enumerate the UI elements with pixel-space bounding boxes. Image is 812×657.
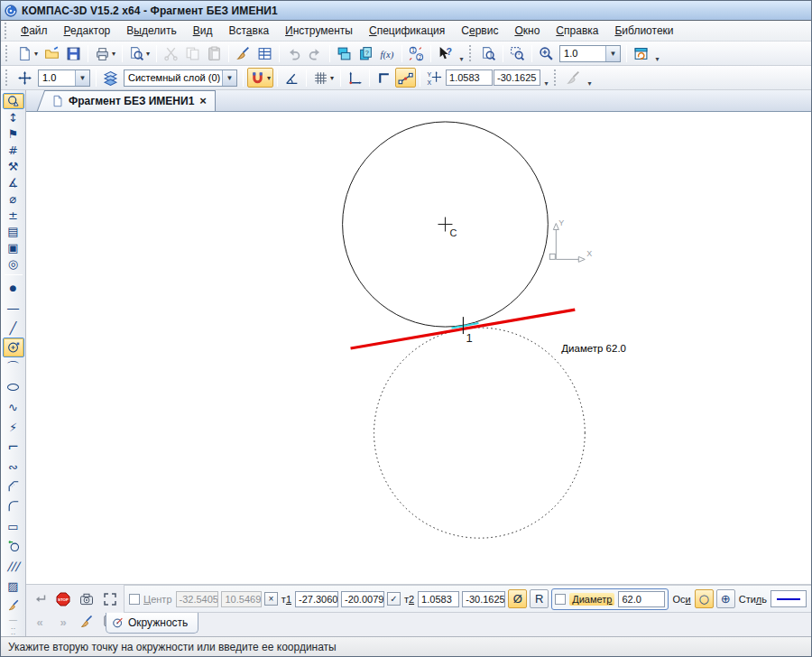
drawing-canvas[interactable]: C 1 Диаметр 62.0 Y X [26, 112, 811, 584]
diameter-value-field[interactable]: 62.0 [618, 591, 665, 607]
tool-segment-button[interactable]: ╱ [3, 318, 24, 338]
new-document-button[interactable]: ▾ [14, 43, 41, 63]
show-all-button[interactable] [99, 589, 122, 610]
line-style-selector[interactable] [770, 590, 807, 607]
tool-helper-line-button[interactable]: ― [3, 298, 24, 318]
panel-specification-button[interactable]: ▤ [3, 223, 24, 239]
zoom-by-area-button[interactable] [507, 43, 528, 63]
t2-state-button[interactable]: ✓ [387, 592, 401, 606]
print-button[interactable]: ▾ [92, 43, 118, 63]
menu-file[interactable]: Файл [13, 22, 56, 40]
open-button[interactable] [42, 43, 62, 63]
show-document-windows-button[interactable] [334, 43, 355, 63]
tool-arc-button[interactable]: ⌒ [3, 357, 24, 377]
paste-button[interactable] [204, 43, 225, 63]
t1-y-field[interactable]: -20.0079 [341, 591, 384, 607]
axes-on-button[interactable]: ⊕ [716, 589, 735, 608]
phantom-dotted-circle[interactable] [374, 328, 586, 538]
panel-reports-button[interactable]: ▣ [3, 239, 24, 255]
copy-button[interactable] [182, 43, 203, 63]
tool-spline-button[interactable]: ∾ [3, 457, 24, 477]
diameter-checkbox[interactable] [555, 594, 566, 605]
renumber-objects-button[interactable] [406, 43, 427, 63]
panel-dimensions-button[interactable]: ↕ [3, 109, 24, 125]
toolbar-grip[interactable] [554, 69, 558, 86]
menu-tools[interactable]: Инструменты [277, 22, 361, 40]
tool-polyline-button[interactable]: ⌐ [3, 437, 24, 457]
interrupt-command-button[interactable] [52, 589, 75, 610]
combo-arrow-icon[interactable]: ▼ [222, 70, 236, 86]
panel-geometry-button[interactable] [3, 93, 24, 109]
tool-circle-button[interactable] [3, 338, 24, 357]
t1-x-field[interactable]: -27.3060 [295, 591, 338, 607]
panel-designations-button[interactable]: ⚑ [3, 125, 24, 142]
center-checkbox[interactable] [129, 594, 140, 605]
tool-hatch-lines-button[interactable]: /// [3, 556, 24, 576]
zoom-in-button[interactable] [536, 43, 557, 63]
panel-measure-button[interactable]: ⌀ [3, 190, 24, 207]
tool-chamfer-button[interactable] [3, 477, 24, 496]
print-preview-button[interactable]: ▾ [126, 43, 152, 63]
current-step-combo[interactable]: 1.0 ▼ [38, 69, 90, 87]
menu-specification[interactable]: Спецификация [361, 22, 453, 40]
radius-mode-button[interactable]: R [530, 589, 549, 608]
center-y-field[interactable]: 10.5469 [221, 591, 261, 607]
toolbar-grip[interactable] [5, 69, 10, 86]
current-step-button[interactable] [14, 68, 35, 88]
tool-equidistant-button[interactable]: ⚡ [3, 417, 24, 437]
combo-arrow-icon[interactable]: ▼ [75, 70, 89, 86]
document-tab-fragment[interactable]: Фрагмент БЕЗ ИМЕНИ1 × [48, 90, 216, 111]
menu-libraries[interactable]: Библиотеки [606, 22, 681, 40]
toolbar-overflow-chevron[interactable]: ▾ [585, 79, 595, 89]
tool-format-brush-button[interactable] [3, 596, 24, 615]
copy-properties-button[interactable] [233, 43, 254, 63]
toolbar-dock-grip[interactable]: —⁚⁚ [9, 615, 17, 636]
cursor-y-field[interactable]: -30.1625 [494, 69, 540, 86]
menu-window[interactable]: Окно [506, 22, 548, 40]
functions-button[interactable] [377, 43, 398, 63]
snap-magnet-button[interactable]: ▾ [247, 68, 273, 88]
center-x-field[interactable]: -32.5405 [176, 591, 219, 607]
menu-help[interactable]: Справка [548, 22, 606, 40]
previous-parameter-button[interactable]: « [29, 612, 51, 633]
menu-editor[interactable]: Редактор [56, 22, 119, 40]
redo-button[interactable] [305, 43, 326, 63]
diameter-mode-button[interactable]: Ø [508, 589, 527, 608]
panel-editing-button[interactable]: ⚒ [3, 158, 24, 174]
tool-hatch-fill-button[interactable]: ▨ [3, 576, 24, 596]
grid-button[interactable]: ▾ [310, 68, 337, 88]
tool-ellipse-button[interactable] [3, 377, 24, 397]
refresh-view-button[interactable] [631, 43, 651, 63]
ortho-mode-button[interactable] [374, 68, 394, 88]
panel-insert-object-button[interactable]: ◎ [3, 255, 24, 272]
save-button[interactable] [63, 43, 84, 63]
tool-point-button[interactable]: ● [3, 278, 24, 298]
context-help-button[interactable] [435, 43, 456, 63]
menu-view[interactable]: Вид [185, 22, 221, 40]
zoom-to-document-button[interactable] [478, 43, 499, 63]
zoom-scale-combo[interactable]: 1.0 ▼ [559, 45, 621, 62]
menu-service[interactable]: Сервис [453, 22, 506, 40]
tool-copy-offset-button[interactable] [3, 536, 24, 556]
toolbar-overflow-chevron[interactable]: ▾ [652, 55, 662, 65]
undo-button[interactable] [283, 43, 304, 63]
copy-object-properties-button[interactable] [563, 68, 584, 88]
toolbar-overflow-chevron[interactable]: ▾ [457, 55, 466, 65]
angle-snap-button[interactable] [281, 68, 302, 88]
next-parameter-button[interactable]: » [52, 612, 75, 633]
toolbar-grip[interactable] [5, 45, 10, 61]
menu-select[interactable]: Выделить [118, 22, 184, 40]
library-manager-button[interactable] [355, 43, 376, 63]
memorize-state-button[interactable] [76, 589, 98, 610]
t2-x-field[interactable]: 1.0583 [418, 591, 459, 607]
toolbar-overflow-chevron[interactable]: ▾ [541, 79, 551, 89]
cursor-x-field[interactable]: 1.0583 [446, 69, 493, 86]
tool-curve-button[interactable]: ∿ [3, 397, 24, 417]
tool-rectangle-button[interactable]: ▭ [3, 516, 24, 536]
toolbar-grip[interactable] [469, 45, 474, 61]
menu-insert[interactable]: Вставка [220, 22, 277, 40]
t1-state-button[interactable]: × [264, 592, 278, 606]
variables-table-button[interactable] [254, 43, 275, 63]
cut-button[interactable] [161, 43, 181, 63]
copy-properties-button-2[interactable] [76, 612, 98, 633]
